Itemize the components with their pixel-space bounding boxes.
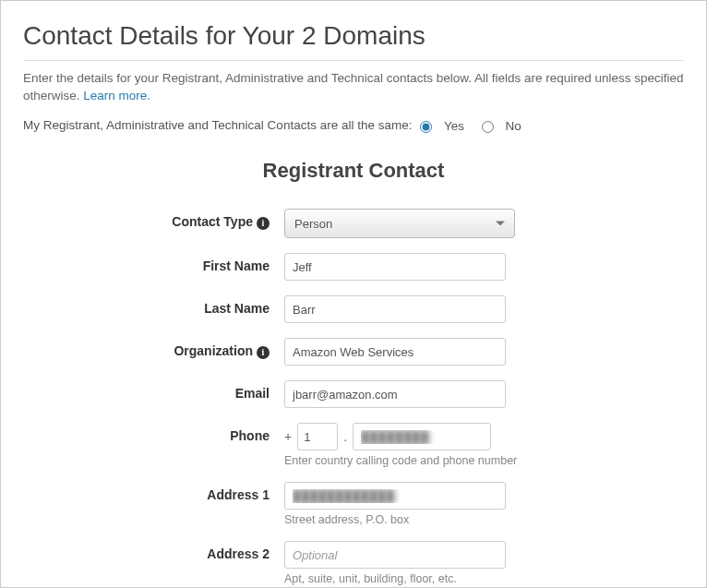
field-organization: Organizationi bbox=[132, 338, 575, 366]
learn-more-link[interactable]: Learn more. bbox=[83, 89, 150, 102]
label-first-name: First Name bbox=[132, 253, 284, 273]
same-contacts-no-radio[interactable] bbox=[482, 121, 494, 133]
country-code-input[interactable] bbox=[297, 423, 338, 450]
field-email: Email bbox=[132, 380, 575, 408]
organization-input[interactable] bbox=[284, 338, 506, 366]
intro-text: Enter the details for your Registrant, A… bbox=[23, 70, 684, 105]
label-address1: Address 1 bbox=[132, 482, 284, 502]
label-contact-type: Contact Typei bbox=[132, 209, 284, 229]
last-name-input[interactable] bbox=[284, 295, 506, 323]
contact-type-value: Person bbox=[294, 217, 332, 231]
phone-plus: + bbox=[284, 429, 292, 444]
label-organization: Organizationi bbox=[132, 338, 284, 358]
field-contact-type: Contact Typei Person bbox=[132, 209, 575, 238]
label-organization-text: Organization bbox=[174, 343, 253, 358]
contact-details-page: Contact Details for Your 2 Domains Enter… bbox=[0, 0, 707, 588]
info-icon[interactable]: i bbox=[257, 346, 270, 359]
section-title: Registrant Contact bbox=[23, 159, 684, 183]
address1-input[interactable] bbox=[284, 482, 506, 510]
same-contacts-yes-radio[interactable] bbox=[420, 121, 432, 133]
phone-group: + . bbox=[284, 423, 575, 450]
contact-type-select[interactable]: Person bbox=[284, 209, 515, 238]
address1-helper: Street address, P.O. box bbox=[284, 513, 575, 526]
label-last-name: Last Name bbox=[132, 295, 284, 316]
field-address2: Address 2 Apt, suite, unit, building, fl… bbox=[132, 541, 575, 585]
field-first-name: First Name bbox=[132, 253, 575, 281]
info-icon[interactable]: i bbox=[257, 217, 270, 230]
phone-helper: Enter country calling code and phone num… bbox=[284, 454, 575, 467]
label-address2: Address 2 bbox=[132, 541, 284, 561]
field-phone: Phone + . Enter country calling code and… bbox=[132, 423, 575, 467]
phone-sep: . bbox=[343, 429, 347, 444]
same-contacts-row: My Registrant, Administrative and Techni… bbox=[23, 118, 684, 133]
label-email: Email bbox=[132, 380, 284, 401]
address2-input[interactable] bbox=[284, 541, 506, 569]
label-contact-type-text: Contact Type bbox=[172, 214, 253, 229]
divider bbox=[23, 60, 684, 61]
page-title: Contact Details for Your 2 Domains bbox=[23, 21, 684, 51]
registrant-form: Contact Typei Person First Name Last Nam… bbox=[132, 209, 575, 585]
same-contacts-no-label[interactable]: No bbox=[506, 119, 521, 133]
chevron-down-icon bbox=[496, 222, 505, 226]
email-input[interactable] bbox=[284, 380, 506, 408]
same-contacts-yes-label[interactable]: Yes bbox=[444, 119, 464, 133]
label-phone: Phone bbox=[132, 423, 284, 443]
first-name-input[interactable] bbox=[284, 253, 506, 281]
phone-number-input[interactable] bbox=[353, 423, 491, 450]
address2-helper: Apt, suite, unit, building, floor, etc. bbox=[284, 572, 575, 585]
field-last-name: Last Name bbox=[132, 295, 575, 323]
field-address1: Address 1 Street address, P.O. box bbox=[132, 482, 575, 526]
same-contacts-prompt: My Registrant, Administrative and Techni… bbox=[23, 118, 412, 132]
